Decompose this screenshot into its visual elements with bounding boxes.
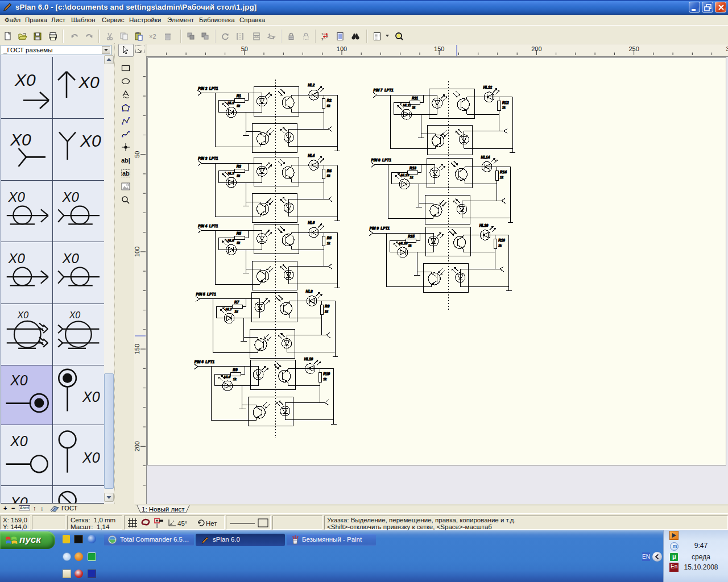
svg-text:HL15: HL15 [399, 241, 407, 244]
svg-text:PIN 9 LPT1: PIN 9 LPT1 [369, 226, 390, 230]
svg-text:1k: 1k [237, 103, 241, 107]
svg-text:X0: X0 [61, 251, 79, 266]
svg-text:50: 50 [134, 151, 140, 158]
svg-text:X0: X0 [17, 310, 29, 320]
svg-text:HL1: HL1 [228, 101, 234, 105]
svg-text:PIN 5 LPT1: PIN 5 LPT1 [196, 292, 216, 296]
svg-text:1k: 1k [233, 377, 237, 381]
svg-text:HL4: HL4 [308, 153, 315, 157]
svg-text:PIN 6 LPT1: PIN 6 LPT1 [195, 360, 215, 364]
svg-text:X0: X0 [10, 494, 28, 504]
svg-text:1k: 1k [326, 174, 330, 177]
svg-text:100: 100 [337, 45, 347, 52]
svg-text:HL14: HL14 [481, 155, 490, 159]
svg-text:1k: 1k [502, 106, 506, 109]
svg-text:R12: R12 [502, 100, 509, 104]
svg-text:R3: R3 [236, 164, 241, 168]
svg-text:R9: R9 [233, 367, 238, 371]
svg-text:1k: 1k [325, 310, 329, 313]
svg-text:R2: R2 [326, 98, 332, 102]
svg-text:PIN 8 LPT1: PIN 8 LPT1 [371, 158, 391, 162]
svg-text:HL9: HL9 [224, 375, 231, 378]
svg-text:HL8: HL8 [305, 289, 313, 293]
svg-text:200: 200 [134, 441, 140, 451]
svg-text:X0: X0 [69, 310, 81, 320]
svg-text:X0: X0 [78, 73, 100, 92]
svg-text:1k: 1k [323, 377, 327, 381]
svg-text:HL7: HL7 [225, 307, 232, 310]
svg-text:1k: 1k [500, 176, 504, 179]
svg-text:HL3: HL3 [228, 171, 234, 174]
svg-text:50: 50 [241, 45, 248, 52]
svg-text:1k: 1k [326, 104, 330, 107]
svg-text:HL10: HL10 [304, 356, 313, 360]
svg-text:150: 150 [134, 344, 140, 354]
svg-text:300: 300 [726, 45, 728, 52]
svg-text:HL12: HL12 [483, 85, 492, 89]
svg-text:X0: X0 [82, 389, 100, 405]
svg-text:HL6: HL6 [308, 221, 315, 225]
svg-text:1k: 1k [234, 310, 238, 313]
svg-text:R16: R16 [498, 238, 505, 242]
svg-text:PIN 2 LPT1: PIN 2 LPT1 [198, 86, 218, 90]
svg-text:1k: 1k [237, 241, 241, 244]
svg-text:R11: R11 [412, 95, 419, 99]
svg-text:1: 1 [321, 32, 324, 36]
svg-text:X0: X0 [10, 130, 31, 149]
svg-text:X0: X0 [80, 131, 101, 150]
svg-text:X0: X0 [61, 189, 79, 205]
svg-text:1k: 1k [237, 174, 241, 177]
svg-text:R14: R14 [500, 170, 507, 174]
svg-text:R1: R1 [236, 94, 241, 98]
svg-text:1k: 1k [412, 106, 416, 109]
svg-text:R15: R15 [408, 234, 415, 238]
svg-text:R6: R6 [326, 236, 332, 240]
svg-text:X0: X0 [8, 189, 26, 205]
svg-text:HL16: HL16 [479, 223, 488, 227]
svg-text:PIN 3 LPT1: PIN 3 LPT1 [198, 156, 218, 160]
svg-text:X0: X0 [14, 70, 36, 89]
svg-text:X0: X0 [8, 251, 26, 266]
svg-text:×2: ×2 [149, 33, 156, 40]
svg-text:200: 200 [531, 45, 541, 52]
svg-text:PIN 4 LPT1: PIN 4 LPT1 [198, 223, 218, 227]
svg-text:1k: 1k [498, 244, 502, 247]
svg-text:PIN 7 LPT1: PIN 7 LPT1 [373, 88, 394, 92]
svg-text:R10: R10 [323, 372, 330, 376]
svg-text:HL2: HL2 [308, 83, 315, 87]
svg-text:R7: R7 [234, 300, 239, 304]
svg-text:250: 250 [628, 45, 639, 52]
svg-text:1k: 1k [408, 244, 412, 247]
svg-text:R13: R13 [410, 165, 416, 169]
svg-text:HL11: HL11 [403, 103, 411, 106]
svg-text:R8: R8 [325, 304, 330, 308]
svg-text:100: 100 [134, 247, 140, 257]
svg-text:150: 150 [434, 45, 444, 52]
svg-text:1k: 1k [326, 241, 330, 244]
svg-text:1k: 1k [410, 175, 413, 178]
svg-text:X0: X0 [82, 450, 100, 465]
svg-text:X0: X0 [10, 372, 28, 388]
svg-text:ab: ab [122, 170, 130, 177]
svg-text:HL5: HL5 [228, 239, 234, 242]
svg-text:R5: R5 [236, 231, 241, 235]
svg-text:HL13: HL13 [400, 173, 409, 176]
svg-text:ab|: ab| [121, 157, 130, 164]
svg-text:R4: R4 [326, 168, 332, 172]
svg-text:X0: X0 [10, 433, 28, 449]
